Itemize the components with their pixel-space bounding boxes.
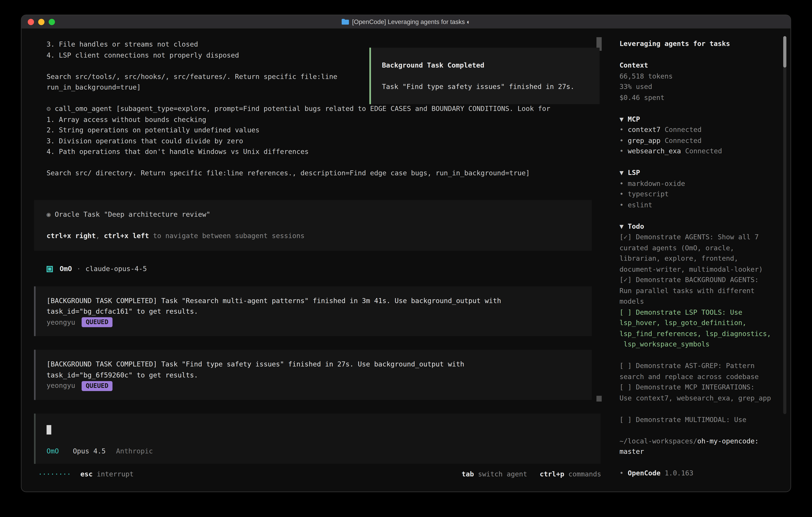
omo-agent-icon (47, 266, 53, 272)
spacer (619, 49, 777, 60)
tool-call-line: ⚙ call_omo_agent [subagent_type=explore,… (21, 104, 612, 114)
context-heading: Context (619, 60, 777, 71)
queued-badge: QUEUED (82, 318, 113, 327)
todo-item: [✓] Demonstrate AGENTS: Show all 7 curat… (619, 232, 777, 275)
spacer (619, 425, 777, 436)
window-title-area: [OpenCode] Leveraging agents for tasks ◐ (342, 18, 470, 25)
minimize-button[interactable] (38, 19, 45, 25)
spinner-dots: ········ (38, 470, 71, 478)
lsp-heading: LSP (628, 168, 640, 176)
titlebar[interactable]: [OpenCode] Leveraging agents for tasks ◐ (21, 15, 790, 29)
tool-call-item: 4. Path operations that don't handle Win… (21, 146, 612, 157)
message-text: [BACKGROUND TASK COMPLETED] Task "Resear… (47, 296, 579, 306)
sidebar: Leveraging agents for tasks Context 66,5… (612, 29, 791, 492)
hint-separator: , (96, 232, 104, 240)
main-scrollbar-thumb[interactable] (597, 396, 602, 402)
spacer (619, 157, 777, 167)
close-button[interactable] (28, 19, 34, 25)
text-cursor (47, 425, 51, 434)
window-title: [OpenCode] Leveraging agents for tasks ◐ (352, 18, 470, 25)
lsp-name: typescript (628, 190, 669, 198)
tool-call-item: 3. Division operations that could divide… (21, 136, 612, 147)
spacer (21, 157, 612, 168)
background-task-toast: Background Task Completed Task "Find typ… (370, 48, 600, 104)
agent-name: OmO (60, 264, 72, 275)
chevron-down-icon: ▼ (619, 168, 624, 176)
todo-item: [ ] Demonstrate MCP INTEGRATIONS: Use co… (619, 382, 777, 404)
status-bar: ········esc interrupt tab switch agentct… (21, 469, 612, 480)
bullet-icon: • (619, 179, 624, 187)
status-left: ········esc interrupt (38, 469, 134, 480)
esc-keybind: esc (80, 470, 92, 478)
zoom-button[interactable] (49, 19, 55, 25)
app-name: OpenCode (628, 469, 661, 477)
lsp-item: •markdown-oxide (619, 178, 777, 189)
background-task-message: [BACKGROUND TASK COMPLETED] Task "Resear… (34, 286, 591, 336)
workspace-path-prefix: ~/local-workspaces/ (619, 437, 697, 445)
commands-label: commands (569, 470, 601, 478)
screen: [OpenCode] Leveraging agents for tasks ◐… (0, 0, 812, 517)
model-bar-agent: OmO (47, 447, 59, 455)
chevron-down-icon: ▼ (619, 222, 624, 230)
spacer (619, 457, 777, 468)
spacer (619, 211, 777, 221)
prompt-input[interactable]: OmO Opus 4.5 Anthropic (34, 413, 601, 464)
mcp-heading: MCP (628, 115, 640, 123)
bullet-icon: • (619, 201, 624, 209)
message-author: yeongyu (47, 381, 75, 391)
todo-section-header[interactable]: ▼Todo (619, 221, 777, 232)
message-text: [BACKGROUND TASK COMPLETED] Task "Find t… (47, 359, 579, 370)
session-title: Leveraging agents for tasks (619, 39, 777, 50)
mcp-name: context7 (628, 126, 661, 133)
subagent-nav-hint: ctrl+x right, ctrl+x left to navigate be… (47, 230, 579, 241)
agent-header-row: OmO · claude-opus-4-5 (47, 264, 612, 275)
workspace-repo: oh-my-opencode: (697, 437, 759, 445)
tool-call-line: Search src/ directory. Return specific f… (21, 168, 612, 179)
hint-text: to navigate between subagent sessions (149, 232, 304, 240)
context-spent: $0.46 spent (619, 92, 777, 103)
message-meta: yeongyu QUEUED (47, 381, 579, 391)
mcp-status: Connected (685, 147, 722, 155)
input-line[interactable] (47, 424, 588, 435)
agent-model: claude-opus-4-5 (86, 264, 147, 275)
queued-badge: QUEUED (82, 381, 113, 391)
folder-icon (342, 19, 349, 25)
bullet-icon: • (619, 190, 624, 198)
model-bar-provider: Anthropic (116, 447, 153, 455)
bullet-icon: • (619, 147, 624, 155)
message-text: task_id="bg_dcfac161" to get results. (47, 306, 579, 317)
message-meta: yeongyu QUEUED (47, 317, 579, 328)
todo-item: [✓] Demonstrate BACKGROUND AGENTS: Run p… (619, 275, 777, 307)
lsp-item: •eslint (619, 200, 777, 211)
bullet-icon: • (619, 469, 624, 477)
message-author: yeongyu (47, 317, 75, 328)
spacer (619, 103, 777, 114)
sidebar-scrollbar-thumb[interactable] (783, 36, 786, 67)
model-bar: OmO Opus 4.5 Anthropic (47, 446, 588, 457)
keybind: ctrl+x left (104, 232, 149, 240)
message-text: task_id="bg_6f59260c" to get results. (47, 370, 579, 381)
traffic-lights (28, 15, 55, 29)
bullet-icon: • (619, 126, 624, 133)
record-icon: ◉ (47, 210, 51, 218)
todo-item: [ ] Demonstrate MULTIMODAL: Use (619, 414, 777, 425)
mcp-item: •context7Connected (619, 125, 777, 135)
mcp-status: Connected (665, 126, 701, 133)
mcp-item: •websearch_exaConnected (619, 146, 777, 157)
tab-keybind: tab (462, 470, 474, 478)
lsp-section-header[interactable]: ▼LSP (619, 167, 777, 178)
workspace-branch: master (619, 446, 777, 457)
toast-title: Background Task Completed (382, 60, 587, 71)
gear-icon: ⚙ (47, 105, 51, 113)
background-task-message: [BACKGROUND TASK COMPLETED] Task "Find t… (34, 350, 591, 400)
mcp-section-header[interactable]: ▼MCP (619, 114, 777, 125)
context-tokens: 66,518 tokens (619, 71, 777, 82)
mcp-item: •grep_appConnected (619, 135, 777, 146)
tab-label: switch agent (478, 470, 527, 478)
todo-heading: Todo (628, 222, 644, 230)
mcp-name: grep_app (628, 136, 661, 144)
tool-call-item: 2. String operations on potentially unde… (21, 125, 612, 136)
workspace-path: ~/local-workspaces/oh-my-opencode: (619, 436, 777, 446)
sidebar-scrollbar-track[interactable] (783, 36, 786, 414)
keybind: ctrl+x right (47, 232, 96, 240)
